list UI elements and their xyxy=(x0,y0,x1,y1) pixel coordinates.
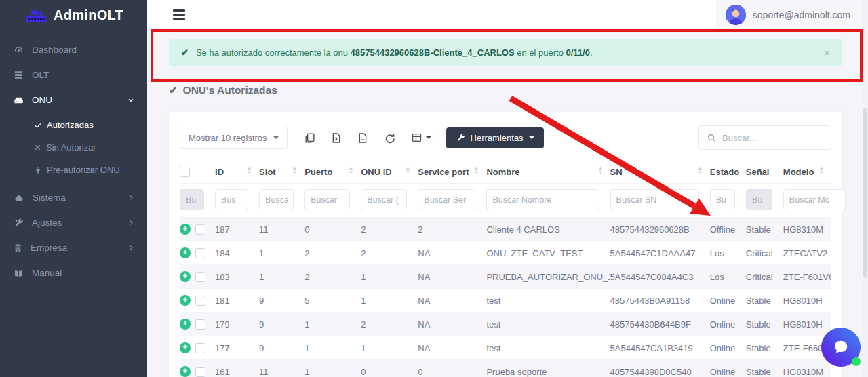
success-alert: ✔ Se ha autorizado correctamente la onu … xyxy=(169,39,842,66)
row-checkbox[interactable] xyxy=(195,224,205,235)
filter-input-id[interactable] xyxy=(215,189,248,210)
sidebar-item-label: Dashboard xyxy=(32,45,77,55)
row-checkbox[interactable] xyxy=(195,248,205,258)
cell-slot: 9 xyxy=(259,289,304,313)
sidebar-item-ajustes[interactable]: Ajustes xyxy=(0,210,147,235)
row-checkbox[interactable] xyxy=(195,296,205,306)
cell-modelo: ZTECATV2 xyxy=(783,241,831,265)
filter-input-sel[interactable] xyxy=(180,189,204,210)
tools-button[interactable]: Herramientas xyxy=(446,127,544,148)
row-checkbox[interactable] xyxy=(195,272,205,282)
sidebar-item-sin-autorizar[interactable]: Sin Autorizar xyxy=(0,136,147,159)
expand-row-button[interactable]: + xyxy=(180,224,191,235)
cell-estado: Offline xyxy=(710,218,746,241)
expand-row-button[interactable]: + xyxy=(180,247,191,258)
col-header-sn[interactable]: SN xyxy=(610,159,710,184)
sidebar-item-olt[interactable]: OLT xyxy=(0,62,147,87)
filter-input-estado[interactable] xyxy=(710,189,735,210)
sidebar-item-autorizadas[interactable]: Autorizadas xyxy=(0,114,147,136)
alert-port: 0/11/0 xyxy=(566,47,590,58)
filter-cell-slot xyxy=(259,184,304,218)
columns-visibility-button[interactable] xyxy=(411,132,431,143)
sidebar-item-dashboard[interactable]: Dashboard xyxy=(0,37,147,62)
sort-icon xyxy=(292,166,298,177)
expand-row-button[interactable]: + xyxy=(180,319,191,330)
col-label: Señal xyxy=(746,167,770,177)
col-header-modelo[interactable]: Modelo xyxy=(783,159,831,184)
expand-row-button[interactable]: + xyxy=(180,366,191,377)
cell-id: 181 xyxy=(215,289,259,313)
row-checkbox[interactable] xyxy=(195,343,205,353)
filter-input-slot[interactable] xyxy=(259,189,294,210)
cell-id: 177 xyxy=(215,336,259,360)
expand-row-button[interactable]: + xyxy=(180,342,191,353)
cell-senal: Stable xyxy=(746,360,783,377)
cell-senal: Stable xyxy=(746,336,783,360)
sidebar-item-label: OLT xyxy=(32,70,49,80)
col-header-nombre[interactable]: Nombre xyxy=(486,159,610,184)
filter-input-puerto[interactable] xyxy=(304,189,350,210)
filter-cell-sn xyxy=(610,184,710,218)
cell-modelo: HG8010H xyxy=(783,313,831,336)
col-header-service-port[interactable]: Service port xyxy=(418,159,486,184)
topbar: soporte@adminolt.com xyxy=(147,0,868,29)
col-header-onu-id[interactable]: ONU ID xyxy=(361,159,418,184)
brand-logo[interactable]: AdminOLT xyxy=(0,0,147,31)
filter-input-service-port[interactable] xyxy=(418,189,475,210)
file-export-button[interactable] xyxy=(357,132,368,144)
sort-icon xyxy=(697,166,703,177)
export-buttons xyxy=(304,132,431,144)
sidebar-item-empresa[interactable]: Empresa xyxy=(0,235,147,260)
cell-sn: 5A544547C084A4C3 xyxy=(610,265,710,289)
refresh-button[interactable] xyxy=(384,132,395,144)
cell-slot: 11 xyxy=(259,218,304,241)
avatar xyxy=(726,5,746,25)
filter-cell-onu-id xyxy=(361,184,418,218)
row-checkbox[interactable] xyxy=(195,319,205,330)
main-area: soporte@adminolt.com ✔ Se ha autorizado … xyxy=(147,0,868,377)
chat-widget-button[interactable] xyxy=(821,328,861,367)
col-header-puerto[interactable]: Puerto xyxy=(304,159,361,184)
excel-export-button[interactable] xyxy=(331,132,342,144)
table-row: +16111100Prueba soporte4857544398D0C540O… xyxy=(180,360,831,377)
cell-service-port: NA xyxy=(418,313,486,336)
cell-onu-id: 2 xyxy=(361,218,418,241)
filter-input-sn[interactable] xyxy=(610,189,699,210)
filter-input-nombre[interactable] xyxy=(486,189,599,210)
cell-modelo: HG8010H xyxy=(783,289,831,313)
filter-cell-modelo xyxy=(783,184,831,218)
search-input[interactable] xyxy=(722,133,823,143)
col-label: Puerto xyxy=(304,167,332,177)
scrollbar[interactable] xyxy=(863,0,868,377)
sidebar-menu: DashboardOLTONUAutorizadasSin AutorizarP… xyxy=(0,31,147,285)
sidebar-item-sistema[interactable]: Sistema xyxy=(0,185,147,210)
expand-row-button[interactable]: + xyxy=(180,295,191,306)
row-checkbox[interactable] xyxy=(195,367,205,377)
sidebar-item-manual[interactable]: Manual xyxy=(0,260,147,285)
filter-input-modelo[interactable] xyxy=(783,189,846,210)
chevron-right-icon xyxy=(127,219,135,226)
search-icon xyxy=(707,133,717,143)
page-title: ✔ ONU's Autorizadas xyxy=(169,84,842,96)
cell-estado: Los xyxy=(710,241,746,265)
filter-input-onu-id[interactable] xyxy=(361,189,407,210)
show-records-button[interactable]: Mostrar 10 registros xyxy=(180,127,288,149)
col-header-id[interactable]: ID xyxy=(215,159,259,184)
col-label: Estado xyxy=(710,167,739,177)
user-menu[interactable]: soporte@adminolt.com xyxy=(716,0,868,29)
select-all-checkbox[interactable] xyxy=(180,167,190,177)
sidebar-item-pre-autorizar-onu[interactable]: Pre-autorizar ONU xyxy=(0,159,147,181)
scrollbar-thumb[interactable] xyxy=(863,108,867,278)
copy-button[interactable] xyxy=(304,132,315,144)
filter-input-senal[interactable] xyxy=(746,189,772,210)
cell-id: 161 xyxy=(215,360,259,377)
col-label: Modelo xyxy=(783,167,814,177)
col-label: Service port xyxy=(418,167,469,177)
hamburger-menu-icon[interactable] xyxy=(173,9,185,20)
cell-puerto: 2 xyxy=(304,265,361,289)
sidebar-item-label: Ajustes xyxy=(32,218,62,228)
col-header-slot[interactable]: Slot xyxy=(259,159,304,184)
close-icon[interactable]: × xyxy=(824,47,830,58)
sidebar-item-onu[interactable]: ONU xyxy=(0,87,147,113)
expand-row-button[interactable]: + xyxy=(180,271,191,282)
